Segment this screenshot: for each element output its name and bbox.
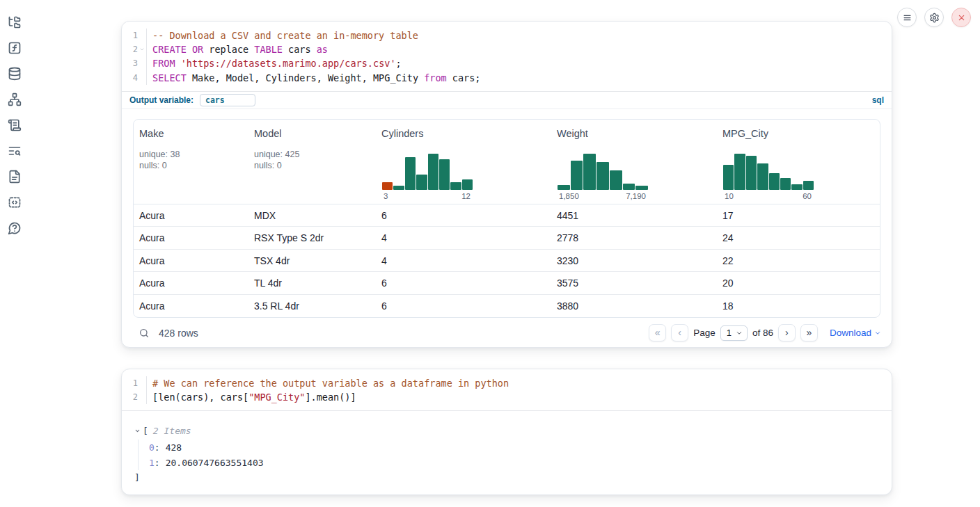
table-cell: 3575 <box>551 277 717 289</box>
line-number: 4 <box>133 71 138 85</box>
table-cell: 6 <box>376 300 551 312</box>
column-title[interactable]: MPG_City <box>722 128 874 139</box>
close-bracket: ] <box>134 470 880 484</box>
next-page-button[interactable]: › <box>778 324 796 341</box>
last-page-button[interactable]: » <box>800 324 818 341</box>
line-number: 2 <box>133 42 138 56</box>
tree-entry: 0:428 <box>149 440 880 455</box>
histogram-bar[interactable] <box>571 161 583 190</box>
tree-root[interactable]: [ 2 Items <box>134 424 880 438</box>
table-row: AcuraTL 4dr6357520 <box>134 272 880 295</box>
histogram-bar[interactable] <box>734 154 745 190</box>
table-row: AcuraMDX6445117 <box>134 204 880 227</box>
search-logs-icon[interactable] <box>7 143 22 159</box>
table-row: AcuraTSX 4dr4323022 <box>134 250 880 273</box>
fold-arrow-icon[interactable] <box>138 47 146 52</box>
helper-sidebar <box>7 15 22 236</box>
column-title[interactable]: Model <box>254 128 370 139</box>
page-select[interactable]: 1 <box>720 325 748 341</box>
table-cell: 3880 <box>551 300 717 312</box>
page-label: Page <box>693 328 716 338</box>
menu-button[interactable] <box>897 8 917 27</box>
row-count-label: 428 rows <box>159 328 198 339</box>
table-cell: Acura <box>134 300 248 312</box>
histogram-bar[interactable] <box>416 175 427 190</box>
histogram-bar[interactable] <box>791 184 802 190</box>
tree-key: 0 <box>149 442 155 453</box>
histogram-bar[interactable] <box>723 165 734 189</box>
histogram-bar[interactable] <box>769 173 780 189</box>
code-line: 4SELECT Make, Model, Cylinders, Weight, … <box>122 71 892 85</box>
prev-page-button[interactable]: ‹ <box>671 324 688 341</box>
database-icon[interactable] <box>7 66 22 81</box>
logs-icon[interactable] <box>7 118 22 133</box>
table-footer: 428 rows «‹Page1of 86›»Download <box>122 318 892 348</box>
table-row: Acura3.5 RL 4dr6388018 <box>134 295 880 318</box>
histogram-bar[interactable] <box>623 184 635 190</box>
data-table: Makeunique: 38nulls: 0Modelunique: 425nu… <box>133 119 880 319</box>
tree-key: 1 <box>149 458 155 468</box>
help-icon[interactable] <box>7 220 22 236</box>
code-line: 2[len(cars), cars["MPG_City"].mean()] <box>122 390 892 404</box>
histogram-bar[interactable] <box>746 156 757 189</box>
pagination: «‹Page1of 86›»Download <box>649 324 881 341</box>
output-tree: [ 2 Items 0:4281:20.060747663551403 ] <box>134 424 880 484</box>
histogram-bar[interactable] <box>635 186 648 190</box>
histogram-bar[interactable] <box>610 170 622 190</box>
table-cell: 17 <box>717 210 880 221</box>
column-title[interactable]: Cylinders <box>381 128 546 139</box>
page-total-label: of 86 <box>752 328 773 338</box>
column-title[interactable]: Weight <box>557 128 711 139</box>
histogram-bar[interactable] <box>803 181 814 190</box>
sql-code-editor[interactable]: 1-- Download a CSV and create an in-memo… <box>122 22 892 91</box>
column-header: Modelunique: 425nulls: 0 <box>248 120 376 204</box>
histogram-bar[interactable] <box>780 178 791 190</box>
histogram-bar[interactable] <box>462 179 473 190</box>
python-code-editor[interactable]: 1# We can reference the output variable … <box>122 369 892 410</box>
tree-entry: 1:20.060747663551403 <box>149 455 880 470</box>
dependencies-icon[interactable] <box>7 92 22 107</box>
column-title[interactable]: Make <box>139 128 243 139</box>
functions-icon[interactable] <box>7 40 22 56</box>
code-line: 1-- Download a CSV and create an in-memo… <box>122 29 892 42</box>
tree-body: 0:4281:20.060747663551403 <box>138 440 880 470</box>
histogram-bar[interactable] <box>428 154 438 190</box>
file-tree-icon[interactable] <box>7 15 22 30</box>
close-button[interactable] <box>951 8 971 27</box>
search-icon[interactable] <box>139 328 150 339</box>
histogram-bar[interactable] <box>393 186 404 190</box>
histogram-bar[interactable] <box>583 154 596 190</box>
line-number: 2 <box>133 390 138 404</box>
table-cell: 2778 <box>551 232 717 243</box>
histogram-bar[interactable] <box>757 163 768 190</box>
histogram-bar[interactable] <box>405 157 416 190</box>
code-line: 2CREATE OR replace TABLE cars as <box>122 42 892 56</box>
column-stats: unique: 425nulls: 0 <box>254 149 370 172</box>
table-cell: RSX Type S 2dr <box>248 232 376 243</box>
table-cell: 4451 <box>551 210 717 221</box>
download-button[interactable]: Download <box>830 328 881 338</box>
chevron-down-icon <box>736 330 743 337</box>
settings-button[interactable] <box>924 8 944 27</box>
tree-colon: : <box>155 458 160 468</box>
histogram-bar[interactable] <box>439 159 450 190</box>
table-output: Makeunique: 38nulls: 0Modelunique: 425nu… <box>122 109 892 319</box>
tree-value: 20.060747663551403 <box>166 458 264 468</box>
table-cell: Acura <box>134 210 248 221</box>
table-cell: 6 <box>376 210 551 221</box>
first-page-button[interactable]: « <box>649 324 666 341</box>
table-header: Makeunique: 38nulls: 0Modelunique: 425nu… <box>134 120 880 204</box>
table-cell: Acura <box>134 277 248 289</box>
histogram-bar[interactable] <box>558 185 570 190</box>
snippets-icon[interactable] <box>7 195 22 210</box>
chevron-down-icon <box>874 330 881 337</box>
output-variable-input[interactable] <box>200 94 255 106</box>
language-badge: sql <box>872 95 884 105</box>
column-header: Makeunique: 38nulls: 0 <box>134 120 248 204</box>
histogram-bar[interactable] <box>450 182 461 190</box>
histogram-bar[interactable] <box>596 162 609 190</box>
chevron-down-icon[interactable] <box>134 428 141 434</box>
documentation-icon[interactable] <box>7 169 22 184</box>
histogram-bar[interactable] <box>382 182 393 189</box>
line-number: 1 <box>133 29 138 42</box>
